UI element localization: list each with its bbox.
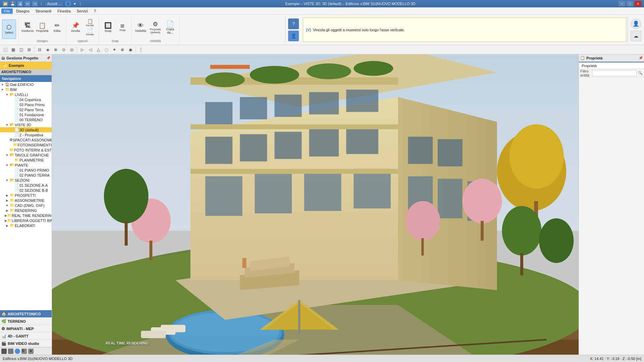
proprieta-default-button[interactable]: ⚙ Proprietà(default) <box>148 18 162 37</box>
tree-item-piano-terra[interactable]: 📄 02 Piano Terra <box>0 107 52 112</box>
tree-item-terreno[interactable]: 📄 00 TERRENO <box>0 117 52 122</box>
tree-item-realtime[interactable]: ▶ 📁 REAL TIME RENDERING e VRI <box>0 213 52 218</box>
incolla2-small-button[interactable]: 📄 Incolla <box>83 28 97 36</box>
tree-item-3d-default[interactable]: 📄 3D (default) <box>0 127 52 132</box>
tb2-btn-14[interactable]: ✦ <box>111 46 118 53</box>
minimize-button[interactable]: ─ <box>619 1 625 6</box>
bottom-icon-3[interactable] <box>15 349 20 354</box>
tree-item-spaccati[interactable]: ⚙ SPACCATI ASSONOMET <box>0 137 52 142</box>
tree-item-02-piano-terra[interactable]: 📄 02 PIANO TERRA <box>0 173 52 178</box>
panel-close-icon[interactable]: 📌 <box>639 56 643 60</box>
edita-button[interactable]: ✏ Edita <box>50 18 64 37</box>
tb2-btn-2[interactable]: ▦ <box>9 46 17 53</box>
tree-item-piante[interactable]: ▼ 📂 PIANTE <box>0 163 52 168</box>
gantt-icon: 📊 <box>1 334 6 338</box>
bottom-icon-1[interactable] <box>1 349 7 354</box>
tree-item-planimetrie[interactable]: 📁 PLANIMETRIE <box>0 157 52 163</box>
menu-file[interactable]: File <box>1 8 13 14</box>
tree-item-piano-primo[interactable]: 📄 03 Piano Primo <box>0 102 52 107</box>
tree-item-cad-dwg[interactable]: ▼ 📁 CAD (DWG, DXF) <box>0 203 52 208</box>
properties-tab[interactable]: Proprietà <box>579 62 644 69</box>
bottom-icon-2[interactable] <box>8 349 13 354</box>
tree-item-copertura[interactable]: 📄 04 Copertura <box>0 97 52 102</box>
dropdown-arrow-icon[interactable]: ▼ <box>73 2 76 6</box>
menu-strumenti[interactable]: Strumenti <box>33 8 54 14</box>
incolla-small-button[interactable]: 📋 Incolla <box>83 18 97 27</box>
user-icon[interactable]: 👤 <box>65 1 71 7</box>
menu-disegno[interactable]: Disegno <box>13 8 32 14</box>
titlebar-undo-icon[interactable]: ↩ <box>25 1 30 6</box>
bs-architettonico[interactable]: 🏠 ARCHITETTONICO <box>0 310 52 318</box>
tree-item-sezioni[interactable]: ▼ 📂 SEZIONI <box>0 178 52 183</box>
tree-item-foto-interni[interactable]: 📁 FOTO INTERNI & ESTER <box>0 147 52 152</box>
tree-item-viste3d[interactable]: ▼ 📂 VISTE 3D <box>0 122 52 127</box>
maximize-button[interactable]: □ <box>627 1 633 6</box>
tb2-btn-12[interactable]: △ <box>95 46 102 53</box>
bottom-icon-4[interactable]: ⚙ <box>21 349 27 354</box>
visibilita-button[interactable]: 👁 Visibilità <box>133 18 148 37</box>
tb2-btn-16[interactable]: ◉ <box>127 46 134 53</box>
select-button[interactable]: ⬡ Select <box>2 19 16 39</box>
profile-circle-button[interactable]: 👤 <box>631 18 641 29</box>
filter-entity-input[interactable] <box>592 70 637 76</box>
tb2-btn-3[interactable]: ◫ <box>17 46 25 53</box>
tb2-btn-7[interactable]: ⊕ <box>52 46 59 53</box>
snap-button[interactable]: 🔲 Snap <box>101 18 115 37</box>
titlebar-redo-icon[interactable]: ↪ <box>32 1 38 6</box>
tree-item-prospetti[interactable]: ▶ 📁 PROSPETTI <box>0 193 52 198</box>
tb2-btn-6[interactable]: ◈ <box>44 46 51 53</box>
tree-item-livelli[interactable]: ▼ 📂 LIVELLI <box>0 92 52 97</box>
tb2-btn-9[interactable]: ◎ <box>68 46 75 53</box>
tb2-btn-15[interactable]: ⊗ <box>119 46 126 53</box>
tree-item-elaborati[interactable]: ▶ 📁 ELABORATI <box>0 223 52 228</box>
tree-label: PIANTE <box>15 163 28 167</box>
close-button[interactable]: ✕ <box>635 1 641 6</box>
tree-item-dati-edificio[interactable]: ▼ 🏠 Dati EDIFICIO <box>0 82 52 87</box>
bs-impianti-mep[interactable]: ⚙ IMPIANTI - MEP <box>0 325 52 332</box>
tree-item-bim[interactable]: ▼ 📁 BIM <box>0 87 52 92</box>
snap-small-button[interactable]: ⊞ Snap <box>116 23 129 32</box>
tree-label: REAL TIME RENDERING e VRI <box>12 214 52 218</box>
titlebar-folder-icon[interactable]: 📁 <box>3 1 8 6</box>
tree-item-fotoinserimenti[interactable]: 📁 FOTOINSERIMENTI <box>0 142 52 147</box>
bs-bim-video[interactable]: 🎬 BIM VIDEO studio <box>0 340 52 347</box>
menu-finestra[interactable]: Finestra <box>55 8 73 14</box>
tree-item-01-sezione-aa[interactable]: 📄 01 SEZIONE A-A <box>0 183 52 188</box>
tree-item-01-piano-primo[interactable]: 📄 01 PIANO PRIMO <box>0 168 52 173</box>
titlebar-save-icon[interactable]: 💾 <box>10 1 15 6</box>
involucro-button[interactable]: 🏗 Involucro <box>20 18 35 37</box>
bottom-icon-5[interactable]: ▼ <box>28 349 34 354</box>
tb2-btn-11[interactable]: ◁ <box>87 46 94 53</box>
cloud-button[interactable]: ☁ <box>631 31 641 41</box>
tb2-btn-8[interactable]: ⊙ <box>60 46 67 53</box>
tree-item-02-sezione-bb[interactable]: 📄 02 SEZIONE B-B <box>0 188 52 193</box>
panel-pin-icon[interactable]: 📌 <box>46 56 50 60</box>
bs-4d-gantt[interactable]: 📊 4D - GANTT <box>0 332 52 340</box>
architettonico-bar: ARCHITETTONICO <box>0 69 52 75</box>
menu-help[interactable]: ? <box>91 8 99 14</box>
incolla-button[interactable]: 📌 Incolla <box>68 18 83 37</box>
tree-item-rendering[interactable]: ▶ 📁 RENDERING <box>0 208 52 213</box>
tb2-btn-5[interactable]: ⊟ <box>36 46 43 53</box>
bs-terreno[interactable]: 🌿 TERRENO <box>0 318 52 325</box>
tb2-btn-4[interactable]: ⊞ <box>25 46 33 53</box>
menu-servizi[interactable]: Servizi <box>74 8 91 14</box>
svg-rect-64 <box>243 258 247 268</box>
tb2-btn-17[interactable]: ⋮ <box>137 46 145 53</box>
accedi-button[interactable]: Accedi ... <box>45 2 63 6</box>
tb2-btn-13[interactable]: ◌ <box>103 46 110 53</box>
tree-item-2-prospettiva[interactable]: 📄 2 - Prospettiva <box>0 132 52 137</box>
project-name-bar[interactable]: 📁 Esempio <box>0 62 52 69</box>
help-panel-button[interactable]: ? <box>288 18 299 29</box>
tb2-btn-1[interactable]: ⬜ <box>1 46 9 53</box>
proprieta-button[interactable]: 📋 Proprietà <box>35 18 49 37</box>
copia-button[interactable]: 📄 Copia da... <box>163 18 177 37</box>
user-panel-button[interactable]: 👤 <box>288 31 299 41</box>
filter-search-icon[interactable]: 🔍 <box>638 71 643 75</box>
tree-item-libreria[interactable]: ▶ 📁 LIBRERIA OGGETTI BIM <box>0 218 52 223</box>
tree-item-fondazione[interactable]: 📄 01 Fondazione <box>0 112 52 117</box>
titlebar-print-icon[interactable]: 🖨 <box>17 1 23 6</box>
tree-item-tavole[interactable]: ▼ 📂 TAVOLE GRAFICHE <box>0 152 52 157</box>
tree-item-assonometrie[interactable]: ▶ 📁 ASSONOMETRIE <box>0 198 52 203</box>
tb2-btn-10[interactable]: ▷ <box>78 46 86 53</box>
